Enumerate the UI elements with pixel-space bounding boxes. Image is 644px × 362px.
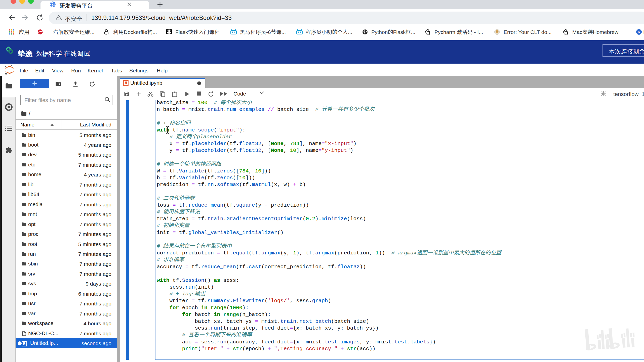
- svg-text:K: K: [638, 30, 640, 34]
